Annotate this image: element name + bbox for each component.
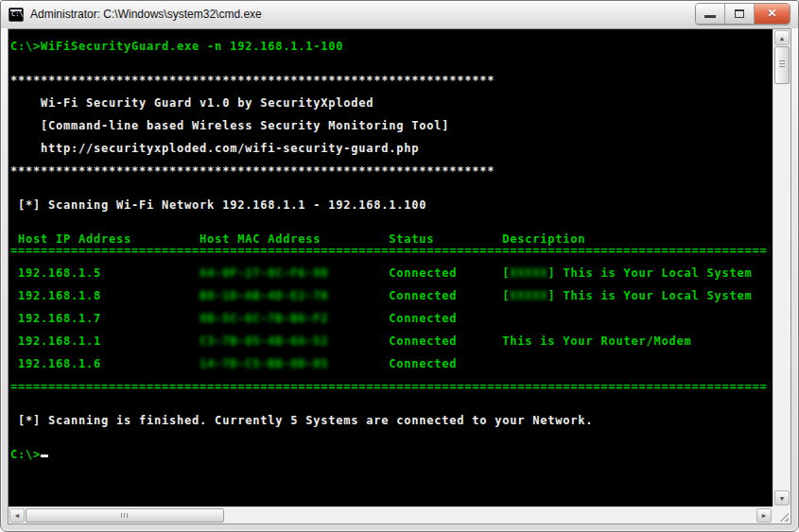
- console-line: ========================================…: [10, 381, 767, 392]
- console-line: 192.168.1.7 8B-5C-6C-7B-B6-F2 Connected: [10, 313, 767, 324]
- console-line: [10, 177, 767, 188]
- redacted-text: 8B-5C-6C-7B-B6-F2: [200, 312, 328, 325]
- console-line: 192.168.1.8 B8-1D-AB-4D-E2-70 Connected …: [10, 290, 767, 301]
- minimize-icon: [704, 15, 716, 18]
- redacted-text: 14-7D-C5-BB-8D-85: [200, 357, 328, 370]
- console-text: Connected: [328, 335, 502, 348]
- vertical-scrollbar-thumb[interactable]: [774, 46, 790, 84]
- console-line: [Command-line based Wireless Security Mo…: [10, 120, 767, 131]
- horizontal-scrollbar[interactable]: ◄ ►: [9, 506, 773, 523]
- console-line: 192.168.1.6 14-7D-C5-BB-8D-85 Connected: [10, 358, 767, 369]
- console-line: ========================================…: [10, 245, 767, 256]
- console-text: 192.168.1.5: [10, 266, 200, 280]
- console-text: [*] Scanning Wi-Fi Network 192.168.1.1 -…: [10, 198, 426, 212]
- cmd-window: C:\. Administrator: C:\Windows\system32\…: [0, 0, 799, 532]
- scroll-left-icon: ◄: [14, 512, 21, 519]
- console-line: C:\>: [10, 449, 767, 460]
- console-output: C:\>WiFiSecurityGuard.exe -n 192.168.1.1…: [10, 41, 767, 460]
- console-text: ] This is Your Local System: [547, 289, 752, 302]
- console-text: ========================================…: [10, 380, 767, 393]
- scroll-down-icon: ▼: [779, 495, 786, 502]
- console-text: 192.168.1.6: [10, 357, 200, 370]
- console-line: [10, 392, 767, 403]
- console-text: Connected: [328, 312, 457, 325]
- console-line: ****************************************…: [10, 75, 767, 86]
- horizontal-scrollbar-thumb[interactable]: [26, 508, 224, 523]
- console-line: 192.168.1.5 A4-0F-27-8C-F6-9D Connected …: [10, 267, 767, 279]
- resize-grip-icon[interactable]: [777, 510, 789, 522]
- scroll-right-icon: ►: [761, 512, 768, 519]
- console-text: Wi-Fi Security Guard v1.0 by SecurityXpl…: [10, 96, 373, 110]
- console-text: http://securityxploded.com/wifi-security…: [10, 142, 419, 155]
- title-bar[interactable]: C:\. Administrator: C:\Windows\system32\…: [1, 1, 798, 28]
- close-icon: ✕: [767, 4, 776, 24]
- console-text: ] This is Your Local System: [547, 266, 752, 280]
- maximize-icon: [735, 9, 744, 18]
- scroll-right-button[interactable]: ►: [756, 508, 772, 523]
- console-text: ****************************************…: [10, 74, 495, 87]
- console-line: [10, 426, 767, 438]
- scroll-up-button[interactable]: ▲: [774, 30, 790, 45]
- console-text: ****************************************…: [10, 164, 495, 178]
- redacted-text: XXXXX: [510, 289, 547, 302]
- maximize-button[interactable]: [725, 4, 755, 24]
- redacted-text: A4-0F-27-8C-F6-9D: [200, 266, 328, 280]
- vertical-scrollbar[interactable]: ▲ ▼: [773, 29, 790, 506]
- console-text: 192.168.1.1: [10, 335, 200, 348]
- redacted-text: C3-7B-85-4B-6A-52: [200, 335, 328, 348]
- close-button[interactable]: ✕: [755, 4, 790, 24]
- scroll-up-icon: ▲: [779, 35, 786, 42]
- console-text: 192.168.1.8: [10, 289, 200, 302]
- console-text: 192.168.1.7: [10, 312, 200, 325]
- console-line: [10, 438, 767, 449]
- console-text: [Command-line based Wireless Security Mo…: [10, 119, 449, 132]
- console-text: ========================================…: [10, 244, 767, 257]
- console-text: [*] Scanning is finished. Currently 5 Sy…: [10, 414, 593, 427]
- minimize-button[interactable]: [696, 4, 725, 24]
- redacted-text: XXXXX: [510, 266, 547, 280]
- redacted-text: B8-1D-AB-4D-E2-70: [200, 289, 328, 302]
- console-text: Connected: [328, 289, 502, 302]
- console-line: C:\>WiFiSecurityGuard.exe -n 192.168.1.1…: [10, 41, 767, 52]
- console-text: Connected: [328, 357, 457, 370]
- cmd-icon[interactable]: C:\.: [9, 8, 24, 22]
- window-title: Administrator: C:\Windows\system32\cmd.e…: [30, 8, 262, 21]
- console-line: http://securityxploded.com/wifi-security…: [10, 143, 767, 154]
- console-line: [*] Scanning Wi-Fi Network 192.168.1.1 -…: [10, 199, 767, 211]
- scroll-down-button[interactable]: ▼: [774, 490, 790, 506]
- console-line: [10, 52, 767, 63]
- client-area: C:\>WiFiSecurityGuard.exe -n 192.168.1.1…: [8, 28, 791, 524]
- console-line: Wi-Fi Security Guard v1.0 by SecurityXpl…: [10, 97, 767, 109]
- console-line: 192.168.1.1 C3-7B-85-4B-6A-52 Connected …: [10, 335, 767, 347]
- console-line: [*] Scanning is finished. Currently 5 Sy…: [10, 415, 767, 426]
- console-line: [10, 211, 767, 222]
- console-text: C:\>WiFiSecurityGuard.exe -n 192.168.1.1…: [10, 40, 343, 53]
- console-viewport[interactable]: C:\>WiFiSecurityGuard.exe -n 192.168.1.1…: [9, 29, 773, 506]
- scrollbar-corner: [773, 506, 790, 523]
- console-line: ****************************************…: [10, 165, 767, 177]
- caption-button-group: ✕: [695, 3, 790, 25]
- scroll-left-button[interactable]: ◄: [9, 508, 25, 523]
- console-text: C:\>: [10, 448, 41, 461]
- console-text: This is Your Router/Modem: [502, 335, 691, 348]
- text-cursor: [41, 455, 48, 457]
- console-text: Connected: [328, 266, 502, 280]
